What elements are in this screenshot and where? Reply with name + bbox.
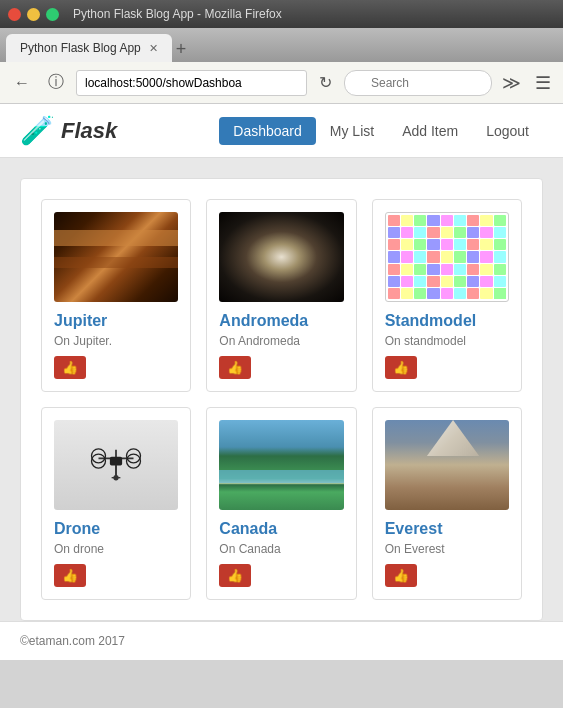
browser-title: Python Flask Blog App - Mozilla Firefox: [73, 7, 282, 21]
cards-container: Jupiter On Jupiter. 👍 Andromeda On Andro…: [20, 178, 543, 621]
card-subtitle-drone: On drone: [54, 542, 178, 556]
card-image-standmodel: [385, 212, 509, 302]
reload-button[interactable]: ↻: [313, 69, 338, 96]
nav-my-list[interactable]: My List: [316, 117, 388, 145]
card-title-standmodel: Standmodel: [385, 312, 509, 330]
card-everest: Everest On Everest 👍: [372, 407, 522, 600]
card-drone: Drone On drone 👍: [41, 407, 191, 600]
card-title-andromeda: Andromeda: [219, 312, 343, 330]
card-subtitle-standmodel: On standmodel: [385, 334, 509, 348]
like-button-andromeda[interactable]: 👍: [219, 356, 251, 379]
card-image-everest: [385, 420, 509, 510]
like-button-canada[interactable]: 👍: [219, 564, 251, 587]
footer-text: ©etaman.com 2017: [20, 634, 125, 648]
more-button[interactable]: ≫: [498, 70, 525, 96]
card-image-drone: [54, 420, 178, 510]
nav-dashboard[interactable]: Dashboard: [219, 117, 316, 145]
card-subtitle-canada: On Canada: [219, 542, 343, 556]
back-button[interactable]: ←: [8, 70, 36, 96]
app-body: 🧪 Flask Dashboard My List Add Item Logou…: [0, 104, 563, 660]
flask-logo-text: Flask: [61, 118, 117, 144]
app-nav: Dashboard My List Add Item Logout: [219, 117, 543, 145]
like-button-standmodel[interactable]: 👍: [385, 356, 417, 379]
flask-logo: 🧪 Flask: [20, 114, 117, 147]
search-wrapper: 🔍: [344, 70, 492, 96]
new-tab-button[interactable]: +: [176, 40, 187, 62]
card-canada: Canada On Canada 👍: [206, 407, 356, 600]
search-input[interactable]: [344, 70, 492, 96]
like-button-jupiter[interactable]: 👍: [54, 356, 86, 379]
address-bar[interactable]: [76, 70, 307, 96]
tab-close-icon[interactable]: ✕: [149, 42, 158, 55]
card-title-drone: Drone: [54, 520, 178, 538]
browser-titlebar: Python Flask Blog App - Mozilla Firefox: [0, 0, 563, 28]
card-title-jupiter: Jupiter: [54, 312, 178, 330]
cards-grid: Jupiter On Jupiter. 👍 Andromeda On Andro…: [41, 199, 522, 600]
main-content: Jupiter On Jupiter. 👍 Andromeda On Andro…: [0, 158, 563, 621]
browser-navbar: ← ⓘ ↻ 🔍 ≫ ☰: [0, 62, 563, 104]
nav-add-item[interactable]: Add Item: [388, 117, 472, 145]
app-footer: ©etaman.com 2017: [0, 621, 563, 660]
close-button[interactable]: [8, 8, 21, 21]
flask-icon: 🧪: [20, 114, 55, 147]
tab-label: Python Flask Blog App: [20, 41, 141, 55]
info-button[interactable]: ⓘ: [42, 68, 70, 97]
card-image-jupiter: [54, 212, 178, 302]
card-image-canada: [219, 420, 343, 510]
svg-rect-6: [110, 457, 122, 466]
card-andromeda: Andromeda On Andromeda 👍: [206, 199, 356, 392]
card-subtitle-everest: On Everest: [385, 542, 509, 556]
card-title-canada: Canada: [219, 520, 343, 538]
minimize-button[interactable]: [27, 8, 40, 21]
card-standmodel: Standmodel On standmodel 👍: [372, 199, 522, 392]
maximize-button[interactable]: [46, 8, 59, 21]
browser-tab[interactable]: Python Flask Blog App ✕: [6, 34, 172, 62]
nav-logout[interactable]: Logout: [472, 117, 543, 145]
app-header: 🧪 Flask Dashboard My List Add Item Logou…: [0, 104, 563, 158]
drone-svg: [81, 435, 151, 495]
card-image-andromeda: [219, 212, 343, 302]
card-subtitle-andromeda: On Andromeda: [219, 334, 343, 348]
card-subtitle-jupiter: On Jupiter.: [54, 334, 178, 348]
card-title-everest: Everest: [385, 520, 509, 538]
card-jupiter: Jupiter On Jupiter. 👍: [41, 199, 191, 392]
like-button-everest[interactable]: 👍: [385, 564, 417, 587]
browser-tabbar: Python Flask Blog App ✕ +: [0, 28, 563, 62]
menu-button[interactable]: ☰: [531, 70, 555, 96]
like-button-drone[interactable]: 👍: [54, 564, 86, 587]
